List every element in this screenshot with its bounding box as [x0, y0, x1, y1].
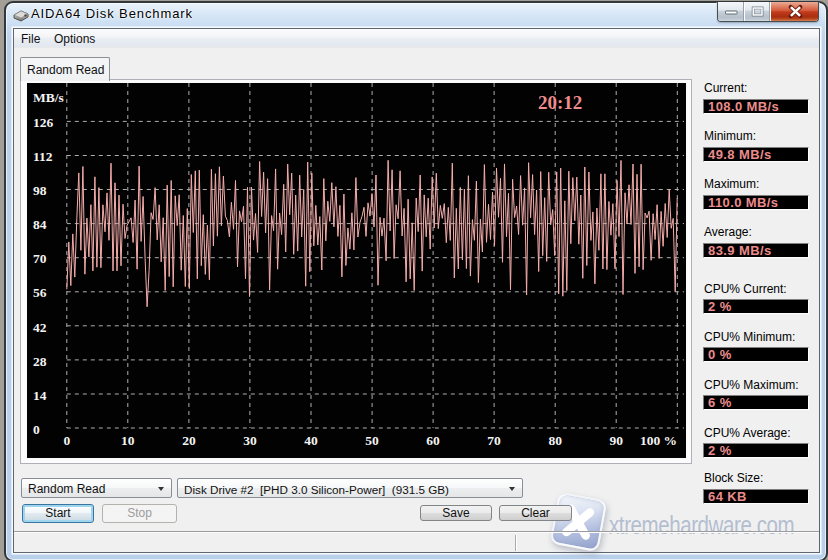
svg-text:60: 60 — [426, 433, 440, 448]
svg-text:70: 70 — [33, 251, 47, 266]
svg-text:20: 20 — [182, 433, 196, 448]
svg-text:42: 42 — [33, 320, 47, 335]
svg-text:98: 98 — [33, 183, 47, 198]
svg-text:50: 50 — [365, 433, 379, 448]
svg-text:112: 112 — [33, 149, 53, 164]
svg-text:84: 84 — [33, 217, 47, 232]
svg-text:126: 126 — [33, 115, 54, 130]
svg-text:10: 10 — [121, 433, 135, 448]
svg-text:30: 30 — [243, 433, 257, 448]
svg-text:20:12: 20:12 — [538, 92, 582, 113]
svg-text:56: 56 — [33, 285, 47, 300]
svg-text:40: 40 — [304, 433, 318, 448]
svg-text:14: 14 — [33, 388, 47, 403]
svg-text:100 %: 100 % — [640, 433, 677, 448]
svg-text:90: 90 — [609, 433, 623, 448]
svg-text:MB/s: MB/s — [33, 90, 64, 105]
svg-text:70: 70 — [487, 433, 501, 448]
svg-text:80: 80 — [548, 433, 562, 448]
svg-text:28: 28 — [33, 354, 47, 369]
svg-text:0: 0 — [33, 422, 40, 437]
svg-text:0: 0 — [63, 433, 70, 448]
